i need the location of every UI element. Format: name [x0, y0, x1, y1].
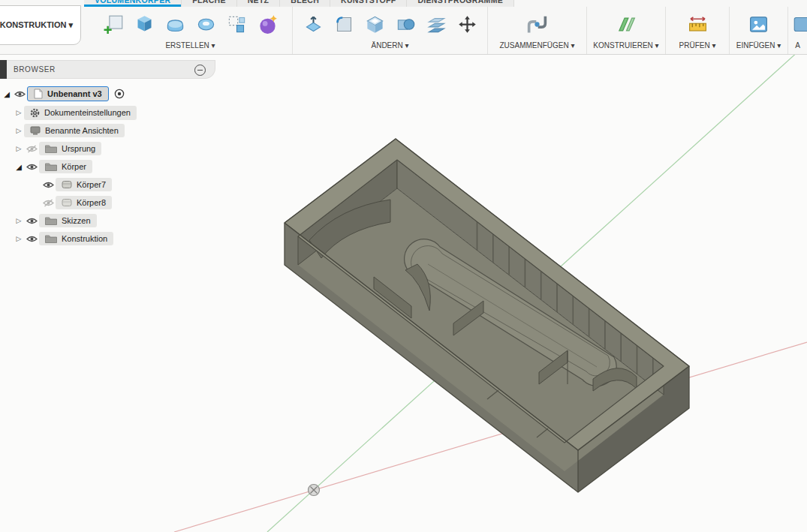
- workspace-tab-bar: VOLUMENKÖRPER FLÄCHE NETZ BLECH KUNSTSTO…: [84, 0, 514, 7]
- root-document-label[interactable]: Unbenannt v3: [27, 86, 109, 101]
- group-zusammenfuegen: ZUSAMMENFÜGEN ▾: [488, 7, 587, 54]
- browser-item-skizzen[interactable]: ▷ Skizzen: [0, 212, 215, 230]
- ribbon-groups: ERSTELLEN ▾ ÄNDERN ▾: [89, 7, 807, 54]
- coil-icon[interactable]: [194, 9, 218, 39]
- browser-item-ursprung[interactable]: ▷ Ursprung: [0, 140, 215, 158]
- tab-label: FLÄCHE: [192, 0, 225, 6]
- browser-item-label[interactable]: Benannte Ansichten: [24, 124, 125, 137]
- loft-icon[interactable]: [163, 9, 187, 39]
- workspace-selector-dropdown[interactable]: KONSTRUKTION ▾: [0, 5, 81, 45]
- folder-icon: [45, 162, 57, 171]
- workspace-selector-label: KONSTRUKTION ▾: [0, 20, 73, 30]
- visibility-eye-icon[interactable]: [24, 235, 39, 243]
- expand-arrow-icon[interactable]: ◢: [2, 90, 12, 98]
- origin-marker[interactable]: [309, 485, 320, 496]
- expand-arrow-icon[interactable]: ◢: [14, 163, 24, 171]
- group-konstruieren: KONSTRUIEREN ▾: [587, 7, 666, 54]
- visibility-eye-icon[interactable]: [12, 90, 27, 98]
- expand-arrow-icon[interactable]: ▷: [14, 109, 24, 116]
- top-toolbar: VOLUMENKÖRPER FLÄCHE NETZ BLECH KUNSTSTO…: [0, 0, 807, 55]
- item-text: Benannte Ansichten: [45, 126, 119, 135]
- browser-item-label[interactable]: Skizzen: [39, 214, 97, 227]
- item-text: Konstruktion: [62, 234, 107, 243]
- browser-item-label[interactable]: Ursprung: [39, 142, 101, 155]
- expand-arrow-icon[interactable]: ▷: [14, 217, 24, 224]
- browser-item-label[interactable]: Konstruktion: [39, 232, 113, 245]
- tab-label: DIENSTPROGRAMME: [417, 0, 503, 6]
- item-text: Körper: [62, 162, 86, 171]
- browser-title: BROWSER: [14, 65, 56, 74]
- browser-item-label[interactable]: Körper7: [56, 178, 112, 191]
- browser-item-koerper8[interactable]: Körper8: [0, 194, 215, 212]
- browser-item-konstruktion[interactable]: ▷ Konstruktion: [0, 230, 215, 248]
- combine-icon[interactable]: [393, 9, 417, 39]
- measure-icon[interactable]: [685, 9, 709, 39]
- browser-item-root[interactable]: ◢ Unbenannt v3: [0, 84, 215, 104]
- pattern-icon[interactable]: [224, 9, 248, 39]
- browser-item-label[interactable]: Körper8: [56, 196, 112, 209]
- group-label-konstruieren[interactable]: KONSTRUIEREN ▾: [593, 41, 658, 50]
- folder-icon: [45, 216, 57, 225]
- offset-face-icon[interactable]: [424, 9, 448, 39]
- model-mold-block[interactable]: [285, 139, 689, 492]
- move-icon[interactable]: [455, 9, 479, 39]
- form-icon[interactable]: [255, 9, 279, 39]
- group-label-einfuegen[interactable]: EINFÜGEN ▾: [736, 41, 781, 50]
- visibility-eye-icon[interactable]: [24, 163, 39, 171]
- panel-grip-handle[interactable]: [0, 60, 7, 79]
- construction-plane-icon[interactable]: [614, 9, 638, 39]
- body-icon: [62, 198, 72, 207]
- tab-label: VOLUMENKÖRPER: [95, 0, 170, 6]
- group-einfuegen: EINFÜGEN ▾: [730, 7, 788, 54]
- tab-volumenkoerper[interactable]: VOLUMENKÖRPER: [84, 0, 182, 7]
- browser-item-koerper[interactable]: ◢ Körper: [0, 158, 215, 176]
- tab-flaeche[interactable]: FLÄCHE: [182, 0, 236, 7]
- body-icon: [62, 180, 72, 189]
- fillet-icon[interactable]: [332, 9, 356, 39]
- document-icon: [34, 89, 43, 99]
- group-label-clipped[interactable]: A: [795, 41, 800, 50]
- collapse-panel-button[interactable]: [194, 65, 206, 76]
- tab-label: KUNSTSTOFF: [341, 0, 396, 6]
- folder-icon: [45, 144, 57, 153]
- expand-arrow-icon[interactable]: ▷: [14, 235, 24, 242]
- group-clipped-right: A: [788, 7, 807, 54]
- browser-item-label[interactable]: Körper: [39, 160, 92, 173]
- visibility-off-icon[interactable]: [41, 199, 56, 207]
- browser-header: BROWSER: [0, 60, 215, 79]
- clipped-select-icon[interactable]: [791, 9, 807, 39]
- create-sketch-icon[interactable]: [101, 9, 125, 39]
- group-label-zusammenfuegen[interactable]: ZUSAMMENFÜGEN ▾: [499, 41, 574, 50]
- browser-tree: ◢ Unbenannt v3 ▷ Dokumenteinstellungen ▷: [0, 79, 215, 248]
- browser-item-label[interactable]: Dokumenteinstellungen: [24, 106, 137, 120]
- insert-image-icon[interactable]: [747, 9, 771, 39]
- item-text: Körper7: [77, 180, 106, 189]
- joint-icon[interactable]: [525, 9, 550, 39]
- item-text: Ursprung: [62, 144, 95, 153]
- group-aendern: ÄNDERN ▾: [293, 7, 488, 54]
- tab-dienstprogramme[interactable]: DIENSTPROGRAMME: [407, 0, 514, 7]
- extrude-box-icon[interactable]: [132, 9, 156, 39]
- item-text: Körper8: [77, 198, 106, 207]
- browser-item-dokumenteinstellungen[interactable]: ▷ Dokumenteinstellungen: [0, 104, 215, 122]
- visibility-eye-icon[interactable]: [41, 181, 56, 189]
- visibility-eye-icon[interactable]: [24, 217, 39, 225]
- press-pull-icon[interactable]: [301, 9, 325, 39]
- tab-label: BLECH: [291, 0, 319, 6]
- tab-blech[interactable]: BLECH: [280, 0, 330, 7]
- group-label-pruefen[interactable]: PRÜFEN ▾: [679, 41, 716, 50]
- browser-item-koerper7[interactable]: Körper7: [0, 176, 215, 194]
- folder-icon: [45, 234, 57, 243]
- group-label-erstellen[interactable]: ERSTELLEN ▾: [165, 41, 215, 50]
- browser-panel: BROWSER ◢ Unbenannt v3 ▷ Dokumenteinstel: [0, 60, 215, 248]
- activate-component-icon[interactable]: [114, 89, 125, 99]
- tab-kunststoff[interactable]: KUNSTSTOFF: [330, 0, 407, 7]
- expand-arrow-icon[interactable]: ▷: [14, 145, 24, 152]
- tab-netz[interactable]: NETZ: [237, 0, 281, 7]
- browser-item-benannte-ansichten[interactable]: ▷ Benannte Ansichten: [0, 122, 215, 140]
- expand-arrow-icon[interactable]: ▷: [14, 127, 24, 134]
- visibility-off-icon[interactable]: [24, 145, 39, 153]
- group-label-aendern[interactable]: ÄNDERN ▾: [371, 41, 408, 50]
- gear-icon: [30, 108, 40, 118]
- shell-icon[interactable]: [363, 9, 387, 39]
